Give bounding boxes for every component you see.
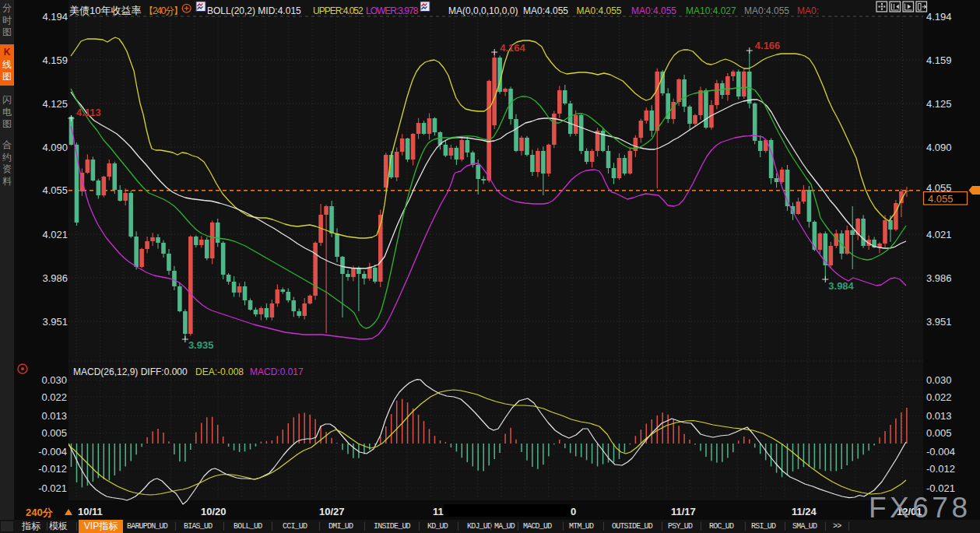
svg-text:-0.012: -0.012 xyxy=(926,463,955,475)
svg-text:-0.004: -0.004 xyxy=(38,446,67,458)
svg-text:0.013: 0.013 xyxy=(926,410,952,422)
svg-text:3.951: 3.951 xyxy=(42,316,68,328)
svg-text:4.159: 4.159 xyxy=(42,54,68,66)
svg-text:MA0:4.055: MA0:4.055 xyxy=(631,5,676,16)
svg-text:4.055: 4.055 xyxy=(928,193,954,205)
svg-text:MA10:4.027: MA10:4.027 xyxy=(686,5,736,16)
svg-text:11/24: 11/24 xyxy=(792,506,817,517)
svg-text:4.194: 4.194 xyxy=(926,11,952,23)
svg-text:4.125: 4.125 xyxy=(42,98,68,110)
svg-text:11: 11 xyxy=(433,506,444,517)
svg-text:3.984: 3.984 xyxy=(828,280,854,292)
svg-text:4.125: 4.125 xyxy=(926,98,952,110)
svg-text:240分: 240分 xyxy=(26,507,54,518)
svg-text:3.986: 3.986 xyxy=(42,272,68,284)
svg-text:4.159: 4.159 xyxy=(926,54,952,66)
svg-text:4.021: 4.021 xyxy=(42,229,68,240)
svg-text:3.986: 3.986 xyxy=(926,272,952,284)
svg-text:4.055: 4.055 xyxy=(42,184,68,196)
svg-text:0.030: 0.030 xyxy=(926,374,952,386)
svg-text:4.021: 4.021 xyxy=(926,229,952,240)
svg-text:0.022: 0.022 xyxy=(926,391,952,403)
svg-text:10/20: 10/20 xyxy=(201,506,227,517)
svg-text:-0.021: -0.021 xyxy=(38,482,67,494)
svg-text:DEA:-0.008: DEA:-0.008 xyxy=(195,366,244,377)
svg-text:BOLL(20,2) MID:4.015: BOLL(20,2) MID:4.015 xyxy=(207,5,301,16)
svg-text:-0.012: -0.012 xyxy=(38,463,67,475)
svg-text:0.005: 0.005 xyxy=(41,427,67,439)
svg-text:MA0:4.055: MA0:4.055 xyxy=(744,5,789,16)
svg-text:11/17: 11/17 xyxy=(671,506,696,517)
svg-text:0: 0 xyxy=(571,506,576,517)
svg-text:UPPER:4.052: UPPER:4.052 xyxy=(313,5,364,16)
svg-text:4.164: 4.164 xyxy=(500,42,525,54)
svg-text:4.090: 4.090 xyxy=(926,142,952,153)
svg-text:LOWER:3.978: LOWER:3.978 xyxy=(366,5,419,16)
svg-text:4.194: 4.194 xyxy=(42,11,68,23)
svg-text:MA0:4.055: MA0:4.055 xyxy=(523,5,568,16)
svg-text:0.013: 0.013 xyxy=(41,410,67,422)
svg-text:4.113: 4.113 xyxy=(76,107,101,118)
svg-text:10/11: 10/11 xyxy=(78,506,103,517)
svg-text:MA0:4.055: MA0:4.055 xyxy=(577,5,622,16)
svg-text:0.030: 0.030 xyxy=(41,374,67,386)
svg-text:MACD:0.017: MACD:0.017 xyxy=(250,366,304,377)
svg-text:【240分】: 【240分】 xyxy=(144,5,182,16)
svg-text:FX678: FX678 xyxy=(869,492,971,524)
svg-text:4.166: 4.166 xyxy=(755,40,781,51)
svg-text:10/27: 10/27 xyxy=(319,506,345,517)
svg-text:0.022: 0.022 xyxy=(41,391,67,403)
svg-text:-0.004: -0.004 xyxy=(926,446,955,458)
svg-text:MACD(26,12,9) DIFF:0.000: MACD(26,12,9) DIFF:0.000 xyxy=(73,366,188,377)
svg-text:MA0:: MA0: xyxy=(797,5,819,16)
svg-text:美债10年收益率: 美债10年收益率 xyxy=(69,5,141,16)
svg-text:3.935: 3.935 xyxy=(188,339,214,351)
svg-text:3.951: 3.951 xyxy=(926,316,952,328)
svg-text:MA(0,0,0,10,0,0): MA(0,0,0,10,0,0) xyxy=(448,5,518,16)
svg-text:0.005: 0.005 xyxy=(926,427,952,439)
svg-text:4.090: 4.090 xyxy=(42,142,68,153)
